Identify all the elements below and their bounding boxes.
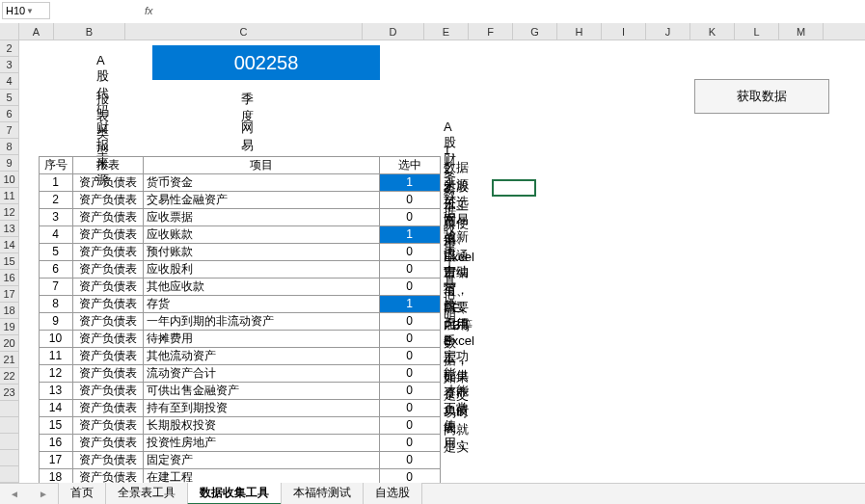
sheet-tab[interactable]: 自选股 <box>363 483 422 504</box>
selected-cell[interactable]: 0 <box>379 312 441 331</box>
table-row[interactable]: 4资产负债表应收账款1 <box>39 225 440 243</box>
column-header[interactable]: E <box>424 23 469 40</box>
table-header: 序号 <box>39 156 73 174</box>
selected-cell[interactable]: 0 <box>379 382 441 400</box>
source-value[interactable]: 网易 <box>241 119 254 154</box>
column-header[interactable]: M <box>779 23 824 40</box>
row-header[interactable]: 15 <box>0 253 19 270</box>
selected-cell[interactable]: 1 <box>379 295 441 313</box>
formula-bar[interactable]: fx <box>145 2 865 19</box>
row-header[interactable]: 20 <box>0 335 19 352</box>
row-header[interactable]: 6 <box>0 106 19 122</box>
row-header[interactable]: 9 <box>0 155 19 172</box>
tab-nav-first-icon[interactable]: ◄ <box>10 489 19 499</box>
table-row[interactable]: 1资产负债表货币资金1 <box>39 173 440 191</box>
table-row[interactable]: 3资产负债表应收票据0 <box>39 208 440 225</box>
row-header[interactable]: 19 <box>0 319 19 335</box>
table-row[interactable]: 15资产负债表长期股权投资0 <box>39 416 440 434</box>
table-cell: 13 <box>39 382 73 400</box>
row-header[interactable]: 17 <box>0 286 19 303</box>
tab-nav-next-icon[interactable]: ► <box>39 489 48 499</box>
table-row[interactable]: 5资产负债表预付账款0 <box>39 243 440 260</box>
row-header[interactable]: 23 <box>0 385 19 401</box>
row-header[interactable]: 4 <box>0 73 19 90</box>
column-header[interactable]: I <box>602 23 646 40</box>
row-header[interactable]: 5 <box>0 90 19 106</box>
table-row[interactable]: 17资产负债表固定资产0 <box>39 451 440 468</box>
row-header[interactable]: 22 <box>0 368 19 385</box>
column-header[interactable]: D <box>363 23 424 40</box>
selected-cell[interactable]: 0 <box>379 347 441 365</box>
column-header[interactable]: K <box>690 23 735 40</box>
selected-cell[interactable]: 1 <box>379 173 441 192</box>
row-header[interactable]: 21 <box>0 352 19 368</box>
selected-cell[interactable]: 0 <box>379 330 441 348</box>
chevron-down-icon[interactable]: ▼ <box>26 7 46 15</box>
sheet-tab[interactable]: 全景表工具 <box>105 483 188 504</box>
table-row[interactable]: 13资产负债表可供出售金融资产0 <box>39 382 440 399</box>
row-header[interactable]: 3 <box>0 57 19 73</box>
row-header[interactable] <box>0 401 19 417</box>
table-row[interactable]: 11资产负债表其他流动资产0 <box>39 347 440 364</box>
selected-cell[interactable]: 0 <box>379 416 441 435</box>
column-header[interactable]: H <box>557 23 602 40</box>
row-header[interactable] <box>0 450 19 466</box>
row-header[interactable] <box>0 434 19 450</box>
selected-cell[interactable]: 0 <box>379 278 441 296</box>
row-header[interactable]: 12 <box>0 204 19 221</box>
spreadsheet-grid: ABCDEFGHIJKLM 23456789101112131415161718… <box>0 23 865 483</box>
name-box[interactable]: H10 ▼ <box>2 2 50 19</box>
table-cell: 应收股利 <box>143 260 380 279</box>
selected-cell[interactable]: 0 <box>379 243 441 261</box>
row-header[interactable] <box>0 466 19 483</box>
table-cell: 14 <box>39 399 73 417</box>
column-header[interactable]: C <box>125 23 363 40</box>
fetch-data-button[interactable]: 获取数据 <box>694 79 829 114</box>
row-header[interactable]: 7 <box>0 122 19 139</box>
sheet-tab[interactable]: 本福特测试 <box>281 483 364 504</box>
table-cell: 7 <box>39 278 73 296</box>
row-header[interactable]: 16 <box>0 270 19 286</box>
table-row[interactable]: 9资产负债表一年内到期的非流动资产0 <box>39 312 440 330</box>
selected-cell[interactable]: 0 <box>379 468 441 484</box>
column-header[interactable]: L <box>735 23 779 40</box>
selected-cell[interactable]: 0 <box>379 434 441 452</box>
sheet-tab[interactable]: 数据收集工具 <box>187 483 282 504</box>
selected-cell[interactable]: 0 <box>379 260 441 279</box>
table-row[interactable]: 10资产负债表待摊费用0 <box>39 330 440 347</box>
selected-cell[interactable]: 0 <box>379 208 441 226</box>
table-row[interactable]: 16资产负债表投资性房地产0 <box>39 434 440 451</box>
row-header[interactable]: 11 <box>0 188 19 204</box>
sheet-tab[interactable]: 首页 <box>58 483 106 504</box>
table-row[interactable]: 2资产负债表交易性金融资产0 <box>39 191 440 208</box>
selected-cell[interactable]: 0 <box>379 399 441 417</box>
row-header[interactable]: 13 <box>0 221 19 237</box>
column-header[interactable]: B <box>54 23 125 40</box>
table-cell: 资产负债表 <box>72 399 144 417</box>
selected-cell[interactable]: 0 <box>379 451 441 469</box>
row-header[interactable]: 8 <box>0 139 19 155</box>
table-row[interactable]: 8资产负债表存货1 <box>39 295 440 312</box>
selected-cell[interactable]: 1 <box>379 225 441 244</box>
table-row[interactable]: 7资产负债表其他应收款0 <box>39 278 440 295</box>
row-header[interactable]: 18 <box>0 303 19 319</box>
fx-icon[interactable]: fx <box>145 5 153 16</box>
table-row[interactable]: 6资产负债表应收股利0 <box>39 260 440 278</box>
column-header[interactable]: G <box>513 23 557 40</box>
selected-cell[interactable]: 0 <box>379 191 441 209</box>
table-row[interactable]: 12资产负债表流动资产合计0 <box>39 364 440 382</box>
column-header[interactable]: A <box>19 23 54 40</box>
column-header[interactable]: J <box>646 23 690 40</box>
table-row[interactable]: 18资产负债表在建工程0 <box>39 468 440 483</box>
row-header[interactable]: 10 <box>0 172 19 188</box>
select-all-corner[interactable] <box>0 23 19 40</box>
table-row[interactable]: 14资产负债表持有至到期投资0 <box>39 399 440 416</box>
stock-code-cell[interactable]: 002258 <box>152 45 380 80</box>
table-cell: 持有至到期投资 <box>143 399 380 417</box>
selected-cell[interactable]: 0 <box>379 364 441 383</box>
row-header[interactable]: 14 <box>0 237 19 253</box>
row-header[interactable]: 2 <box>0 40 19 57</box>
column-header[interactable]: F <box>469 23 513 40</box>
table-header: 选中 <box>379 156 441 174</box>
row-header[interactable] <box>0 417 19 434</box>
